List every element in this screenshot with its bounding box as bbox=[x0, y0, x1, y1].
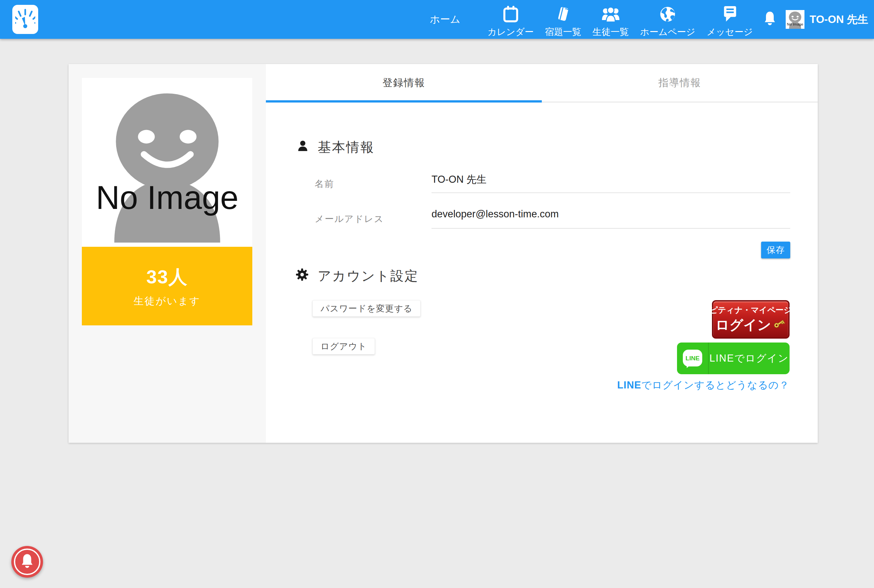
line-help-link[interactable]: LINEでログインするとどうなるの？ bbox=[617, 378, 789, 392]
app-logo[interactable] bbox=[12, 5, 38, 34]
tab-registration-info[interactable]: 登録情報 bbox=[266, 64, 542, 102]
line-help-link-bold: LINE bbox=[617, 380, 642, 391]
push-notification-fab[interactable] bbox=[11, 546, 43, 578]
line-logo-icon: LINE bbox=[677, 342, 708, 374]
name-input[interactable]: TO-ON 先生 bbox=[432, 171, 790, 193]
nav-item-label: 生徒一覧 bbox=[592, 26, 629, 38]
key-icon bbox=[772, 316, 786, 333]
no-image-graphic: No Image bbox=[86, 82, 248, 243]
nav-item-label: ホームページ bbox=[640, 26, 696, 38]
nav-menu: カレンダー 宿題一覧 bbox=[487, 1, 753, 38]
nav-item-label: カレンダー bbox=[487, 26, 534, 38]
student-count-box: 33人 生徒がいます bbox=[82, 247, 252, 326]
student-count: 33人 bbox=[146, 265, 188, 290]
basic-info-heading: 基本情報 bbox=[297, 138, 375, 156]
student-count-caption: 生徒がいます bbox=[133, 294, 201, 308]
profile-sidebar: No Image 33人 生徒がいます bbox=[69, 64, 266, 443]
active-tab-indicator bbox=[266, 100, 542, 102]
avatar-no-image: No Image bbox=[786, 10, 805, 29]
svg-text:No Image: No Image bbox=[96, 179, 238, 216]
nav-item-students[interactable]: 生徒一覧 bbox=[592, 1, 629, 38]
line-help-link-rest: でログインするとどうなるの？ bbox=[642, 380, 789, 391]
profile-card: No Image 33人 生徒がいます 登録情報 指導情報 基本情報 名前 TO… bbox=[69, 64, 818, 443]
ptna-mypage-login-button[interactable]: ピティナ・マイページ ログイン bbox=[712, 300, 790, 339]
ptna-button-line1: ピティナ・マイページ bbox=[710, 304, 792, 315]
tab-teaching-info[interactable]: 指導情報 bbox=[542, 64, 818, 102]
nav-item-calendar[interactable]: カレンダー bbox=[487, 1, 534, 38]
profile-photo-placeholder: No Image bbox=[82, 78, 252, 247]
user-avatar[interactable]: No Image bbox=[786, 10, 805, 29]
logout-button[interactable]: ログアウト bbox=[312, 338, 375, 354]
nav-item-homepage[interactable]: ホームページ bbox=[640, 1, 696, 38]
name-field-label: 名前 bbox=[315, 178, 334, 190]
nav-home-link[interactable]: ホーム bbox=[430, 13, 460, 26]
email-input[interactable]: developer@lesson-time.com bbox=[432, 206, 790, 229]
top-navbar: ホーム カレンダー bbox=[0, 0, 874, 39]
profile-main: 登録情報 指導情報 基本情報 名前 TO-ON 先生 メールアドレス devel… bbox=[266, 64, 818, 443]
notifications-bell-button[interactable] bbox=[764, 11, 776, 27]
people-icon bbox=[602, 5, 620, 24]
calendar-icon bbox=[503, 5, 519, 24]
svg-text:LINE: LINE bbox=[685, 355, 699, 362]
line-login-label: LINEでログイン bbox=[709, 352, 790, 365]
bell-icon bbox=[764, 22, 776, 27]
change-password-button[interactable]: パスワードを変更する bbox=[312, 300, 421, 316]
nav-item-label: 宿題一覧 bbox=[545, 26, 581, 38]
basic-info-heading-text: 基本情報 bbox=[318, 138, 375, 156]
gauge-logo-icon bbox=[15, 7, 35, 32]
book-icon bbox=[555, 5, 571, 24]
nav-item-homework[interactable]: 宿題一覧 bbox=[545, 1, 581, 38]
person-icon bbox=[297, 140, 309, 155]
save-button[interactable]: 保存 bbox=[761, 242, 790, 258]
account-settings-heading-text: アカウント設定 bbox=[318, 267, 419, 285]
svg-text:No Image: No Image bbox=[787, 22, 803, 26]
nav-item-label: メッセージ bbox=[706, 26, 753, 38]
line-login-button[interactable]: LINE LINEでログイン bbox=[677, 342, 790, 374]
account-settings-heading: アカウント設定 bbox=[296, 267, 419, 285]
message-icon bbox=[722, 5, 738, 24]
ptna-button-line2: ログイン bbox=[715, 316, 786, 334]
nav-item-messages[interactable]: メッセージ bbox=[706, 1, 753, 38]
fab-ring bbox=[14, 549, 40, 575]
gear-icon bbox=[296, 268, 309, 284]
user-name[interactable]: TO-ON 先生 bbox=[810, 12, 868, 27]
globe-icon bbox=[659, 5, 676, 24]
email-field-label: メールアドレス bbox=[315, 213, 384, 225]
profile-tabbar: 登録情報 指導情報 bbox=[266, 64, 818, 102]
ptna-login-text: ログイン bbox=[715, 316, 771, 334]
